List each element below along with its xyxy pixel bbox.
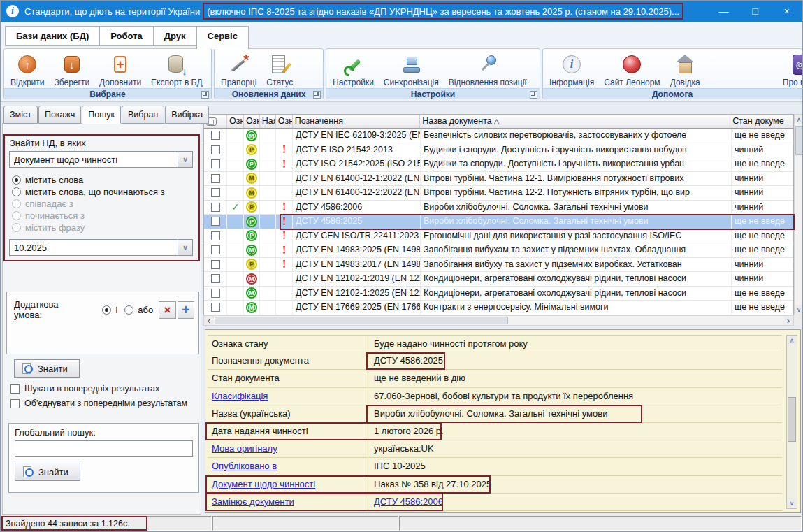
row-checkbox[interactable] xyxy=(211,159,220,168)
maximize-button[interactable]: □ xyxy=(739,1,771,22)
dialog-launcher-icon[interactable] xyxy=(313,91,321,99)
row-checkbox[interactable] xyxy=(211,274,220,283)
sidebar-tab[interactable]: Пошук xyxy=(82,106,121,124)
scroll-up-icon[interactable] xyxy=(787,336,797,345)
ribbon-tab[interactable]: Сервіс xyxy=(196,26,249,49)
ribbon-button[interactable]: Відкрити xyxy=(6,50,50,88)
ribbon-button[interactable]: Зберегти xyxy=(50,50,95,88)
search-mode-option[interactable]: містить слова, що починаються з xyxy=(12,186,196,198)
radio-button[interactable] xyxy=(124,305,133,315)
condition-operator[interactable]: і xyxy=(102,305,117,315)
search-option-checkbox[interactable]: Шукати в попередніх результатах xyxy=(10,384,199,394)
scrollbar-thumb[interactable] xyxy=(795,126,802,155)
table-vertical-scrollbar[interactable] xyxy=(794,114,803,315)
ribbon-tab[interactable]: Бази даних (БД) xyxy=(5,26,99,46)
row-checkbox[interactable] xyxy=(211,260,220,269)
sidebar-tab[interactable]: Покажч xyxy=(38,106,81,124)
ribbon-button[interactable]: Сайт Леонорм xyxy=(599,50,665,88)
ribbon-button[interactable]: Синхронізація xyxy=(379,50,444,88)
column-header[interactable]: Позначення xyxy=(293,115,421,128)
sidebar-tab[interactable]: Зміст xyxy=(3,106,38,124)
checkbox[interactable] xyxy=(10,384,20,394)
ribbon-button[interactable]: Статус xyxy=(261,50,298,88)
row-checkbox[interactable] xyxy=(211,289,220,298)
dialog-launcher-icon[interactable] xyxy=(201,91,209,99)
chevron-down-icon[interactable] xyxy=(178,240,192,255)
table-row[interactable]: МДСТУ EN 61400-12-1:2022 (ENВітрові турб… xyxy=(204,172,793,187)
ribbon-button[interactable]: Настройки xyxy=(328,50,379,88)
row-checkbox[interactable] xyxy=(211,188,220,197)
table-row[interactable]: Р!ДСТУ Б ISO 21542:2013Будинки і споруди… xyxy=(204,143,793,158)
add-condition-button[interactable]: + xyxy=(178,301,194,319)
radio-button[interactable] xyxy=(102,305,111,315)
row-checkbox[interactable] xyxy=(211,217,220,226)
ribbon-button[interactable]: Довідка xyxy=(665,50,705,88)
table-row[interactable]: Р!ДСТУ 4586:2025Вироби хлібобулочні. Сол… xyxy=(204,215,793,229)
ribbon-button[interactable]: Відновлення позиції xyxy=(444,50,532,88)
search-option-checkbox[interactable]: Об'єднувати з попередніми результатам xyxy=(10,398,199,408)
ribbon-button[interactable]: Доповнити xyxy=(94,50,146,88)
row-checkbox[interactable] xyxy=(211,131,220,140)
table-row[interactable]: МДСТУ EN IEC 62109-3:2025 (ENБезпечність… xyxy=(204,129,793,143)
row-checkbox[interactable] xyxy=(211,245,220,254)
ribbon-tab[interactable]: Робота xyxy=(99,26,153,46)
search-mode-option[interactable]: містить слова xyxy=(12,174,196,186)
ribbon-tab[interactable]: Друк xyxy=(153,26,196,46)
row-checkbox[interactable] xyxy=(211,231,220,240)
ribbon-button[interactable]: Інформація xyxy=(544,50,599,88)
minimize-button[interactable]: — xyxy=(708,1,739,22)
table-row[interactable]: ✓Р!ДСТУ 4586:2006Вироби хлібобулочні. Со… xyxy=(204,201,793,215)
scroll-down-icon[interactable] xyxy=(787,498,797,508)
checkbox[interactable] xyxy=(10,399,20,408)
scroll-up-icon[interactable] xyxy=(795,115,803,124)
global-find-button[interactable]: Знайти xyxy=(15,463,80,481)
condition-operator[interactable]: або xyxy=(124,305,153,315)
scroll-right-icon[interactable] xyxy=(783,316,793,325)
chevron-down-icon[interactable] xyxy=(178,152,192,167)
remove-condition-button[interactable]: × xyxy=(159,301,175,319)
dialog-launcher-icon[interactable] xyxy=(530,91,537,99)
find-button[interactable]: Знайти xyxy=(14,359,80,378)
table-row[interactable]: МДСТУ EN 61400-12-2:2022 (ENВітрові турб… xyxy=(204,186,793,201)
table-row[interactable]: МДСТУ EN 12102-1:2019 (EN 121Кондиціонер… xyxy=(204,272,793,287)
details-label-link[interactable]: Класифікація xyxy=(212,391,268,401)
scrollbar-thumb[interactable] xyxy=(788,397,796,442)
table-row[interactable]: Р!ДСТУ ISO 21542:2025 (ISO 215Будинки та… xyxy=(204,157,793,172)
table-row[interactable]: МДСТУ EN 12102-1:2025 (EN 121Кондиціонер… xyxy=(204,287,793,301)
row-checkbox[interactable] xyxy=(211,303,220,312)
table-row[interactable]: М!ДСТУ EN 14983:2025 (EN 1498Запобігання… xyxy=(204,243,793,258)
column-header[interactable]: Стан докуме xyxy=(730,115,793,128)
column-header[interactable]: Ная xyxy=(260,115,276,128)
search-field-combobox[interactable]: Документ щодо чинності xyxy=(9,151,193,168)
scroll-left-icon[interactable] xyxy=(204,316,214,325)
row-checkbox[interactable] xyxy=(211,174,220,183)
table-row[interactable]: МДСТУ EN 17669:2025 (EN 1766Контракти з … xyxy=(204,301,793,315)
row-checkbox[interactable] xyxy=(211,203,220,212)
details-label-link[interactable]: Опубліковано в xyxy=(212,461,277,471)
details-label-link[interactable]: Мова оригіналу xyxy=(212,443,277,454)
global-search-input[interactable] xyxy=(15,440,193,457)
close-button[interactable]: × xyxy=(771,1,802,22)
scroll-down-icon[interactable] xyxy=(795,305,803,315)
table-horizontal-scrollbar[interactable] xyxy=(203,315,794,326)
row-checkbox[interactable] xyxy=(211,145,220,154)
ribbon-button[interactable]: Про прог xyxy=(778,50,802,88)
column-header[interactable]: Озн xyxy=(276,115,293,128)
details-label-link[interactable]: Замінює документи xyxy=(212,496,294,507)
details-value-link[interactable]: ДСТУ 4586:2006 xyxy=(374,496,443,507)
search-term-combobox[interactable]: 10.2025 xyxy=(9,239,193,256)
column-header[interactable]: Назва документа△ xyxy=(420,115,730,128)
sidebar-tab[interactable]: Вибірка xyxy=(165,106,209,124)
sidebar-tab[interactable]: Вибран xyxy=(122,106,164,124)
column-header[interactable]: Озн xyxy=(244,115,260,128)
scrollbar-thumb[interactable] xyxy=(215,317,508,324)
details-scrollbar[interactable] xyxy=(786,335,797,509)
table-row[interactable]: Р!ДСТУ EN 14983:2017 (EN 1498Запобігання… xyxy=(204,258,793,273)
ribbon-button[interactable]: Прапорці xyxy=(216,50,261,88)
column-header[interactable]: Озн xyxy=(227,115,244,128)
radio-button[interactable] xyxy=(12,175,21,185)
ribbon-button[interactable]: Експорт в БД xyxy=(146,50,208,88)
radio-button[interactable] xyxy=(12,187,21,196)
table-row[interactable]: Р!ДСТУ CEN ISO/TR 22411:2023 (Ергономічн… xyxy=(204,229,793,244)
details-label-link[interactable]: Документ щодо чинності xyxy=(212,479,315,489)
